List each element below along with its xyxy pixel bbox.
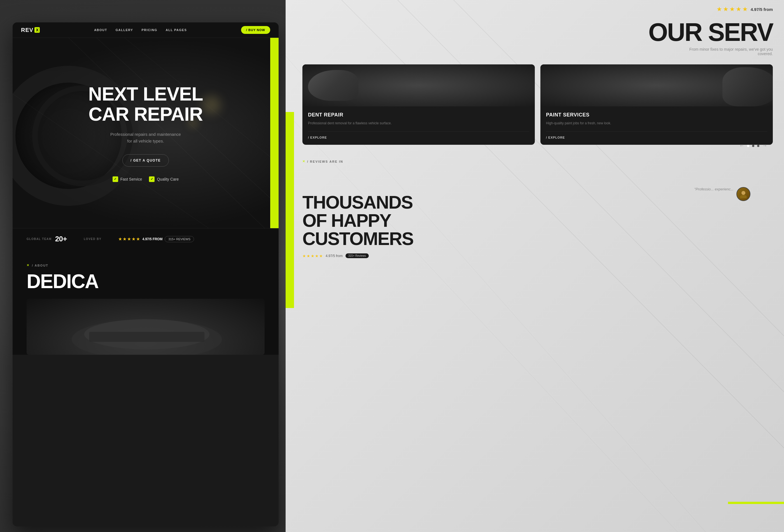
browser-window: REV X ABOUT GALLERY PRICING ALL PAGES / … xyxy=(12,22,279,526)
hero-subtitle: Professional repairs and maintenance for… xyxy=(88,131,203,144)
fast-service-label: Fast Service xyxy=(120,177,142,181)
loved-by-label: LOVED BY xyxy=(84,237,101,241)
thousands-star-1: ★ xyxy=(302,254,306,258)
nav-all-pages[interactable]: ALL PAGES xyxy=(166,28,187,32)
svg-rect-6 xyxy=(89,332,205,342)
star-2: ★ xyxy=(123,236,127,242)
feature-checkboxes: ✓ Fast Service ✓ Quality Care xyxy=(88,176,203,182)
star-3: ★ xyxy=(127,236,131,242)
quality-care-check-icon: ✓ xyxy=(149,176,155,182)
paint-services-image-inner xyxy=(540,64,773,106)
reviewer-avatar xyxy=(736,187,750,201)
thousands-star-5: ★ xyxy=(319,254,323,258)
service-card-paint-services: PAINT SERVICES High-quality paint jobs f… xyxy=(540,64,773,145)
reviews-badge: 315+ REVIEWS xyxy=(165,236,194,242)
thousands-title: THOUSANDS OF HAPPY CUSTOMERS xyxy=(302,193,413,248)
thousands-reviews-badge: 315+ Reviews xyxy=(345,253,369,258)
thousands-line3: CUSTOMERS xyxy=(302,228,413,249)
thousands-section: THOUSANDS OF HAPPY CUSTOMERS ★ ★ ★ ★ ★ 4… xyxy=(302,193,413,258)
rating-value: 4.97/5 FROM xyxy=(142,237,162,241)
carousel-dot-1[interactable] xyxy=(747,145,749,147)
dent-repair-description: Professional dent removal for a flawless… xyxy=(308,121,529,126)
hero-title: NEXT LEVEL CAR REPAIR xyxy=(88,84,203,124)
dent-repair-image-inner xyxy=(302,64,535,106)
thousands-rating-value: 4.97/5 from xyxy=(326,254,343,258)
dent-repair-body: DENT REPAIR Professional dent removal fo… xyxy=(302,106,535,145)
logo[interactable]: REV X xyxy=(21,27,40,33)
about-label-text: / ABOUT xyxy=(32,264,49,267)
bokeh-light-1 xyxy=(200,94,223,116)
nav-links: ABOUT GALLERY PRICING ALL PAGES xyxy=(94,28,187,32)
checkbox-quality-care: ✓ Quality Care xyxy=(149,176,179,182)
star-4: ★ xyxy=(132,236,136,242)
carousel-prev-arrow[interactable]: ← xyxy=(739,143,744,149)
review-quote-text: "Professio... experienc... xyxy=(694,187,734,191)
about-car-inner xyxy=(27,299,264,355)
carousel-next-arrow[interactable]: → xyxy=(762,143,767,149)
nav-gallery[interactable]: GALLERY xyxy=(116,28,133,32)
thousands-star-3: ★ xyxy=(311,254,314,258)
hero-title-line1: NEXT LEVEL xyxy=(88,83,203,105)
hero-content: NEXT LEVEL CAR REPAIR Professional repai… xyxy=(88,84,203,182)
global-team-value: 20+ xyxy=(55,235,67,243)
paint-services-title: PAINT SERVICES xyxy=(546,112,767,118)
reviews-label-text: / REVIEWS ARE IN xyxy=(307,160,343,163)
top-star-3: ★ xyxy=(729,6,735,13)
thousands-star-4: ★ xyxy=(315,254,319,258)
nav-about[interactable]: ABOUT xyxy=(94,28,107,32)
hero-section: NEXT LEVEL CAR REPAIR Professional repai… xyxy=(12,38,279,228)
logo-text: REV xyxy=(21,27,33,33)
navigation-bar: REV X ABOUT GALLERY PRICING ALL PAGES / … xyxy=(12,22,279,38)
green-accent-stripe-bottom xyxy=(728,502,784,504)
carousel-dot-3[interactable] xyxy=(757,145,759,147)
global-team-label: GLOBAL TEAM xyxy=(27,237,52,241)
about-slash-icon: ✕ xyxy=(27,263,30,267)
fast-service-check-icon: ✓ xyxy=(113,176,118,182)
about-title: DEDICA xyxy=(27,273,264,290)
top-rating-text: 4.97/5 from xyxy=(751,7,773,12)
hero-title-line2: CAR REPAIR xyxy=(88,103,203,124)
hero-subtitle-line1: Professional repairs and maintenance xyxy=(110,132,181,137)
reviews-label: ✕ / REVIEWS ARE IN xyxy=(302,160,773,163)
paint-services-body: PAINT SERVICES High-quality paint jobs f… xyxy=(540,106,773,145)
thousands-line1: THOUSANDS xyxy=(302,192,413,213)
paint-services-explore-button[interactable]: / EXPLORE xyxy=(546,131,767,139)
carousel-dot-2[interactable] xyxy=(752,145,754,147)
dent-repair-image xyxy=(302,64,535,106)
thousands-rating: ★ ★ ★ ★ ★ 4.97/5 from 315+ Reviews xyxy=(302,253,413,258)
carousel-navigation: ← → xyxy=(739,143,767,149)
svg-point-13 xyxy=(740,195,747,198)
about-label: ✕ / ABOUT xyxy=(27,263,264,267)
about-car-image xyxy=(27,299,264,355)
get-quote-button[interactable]: / GET A QUOTE xyxy=(122,154,169,167)
top-rating-stars: ★ ★ ★ ★ ★ xyxy=(717,6,748,13)
hero-subtitle-line2: for all vehicle types. xyxy=(127,139,164,143)
about-section: ✕ / ABOUT DEDICA xyxy=(12,250,279,355)
quality-care-label: Quality Care xyxy=(157,177,179,181)
paint-services-image xyxy=(540,64,773,106)
dent-repair-title: DENT REPAIR xyxy=(308,112,529,118)
thousands-stars: ★ ★ ★ ★ ★ xyxy=(302,254,323,258)
top-star-4: ★ xyxy=(736,6,741,13)
services-subtitle: From minor fixes to major repairs, we've… xyxy=(675,47,773,56)
car-panel-shape-1 xyxy=(308,70,358,101)
avatar-icon xyxy=(739,190,748,198)
checkbox-fast-service: ✓ Fast Service xyxy=(113,176,142,182)
stars-display: ★ ★ ★ ★ ★ xyxy=(118,236,140,242)
star-5: ★ xyxy=(136,236,140,242)
thousands-star-2: ★ xyxy=(307,254,310,258)
loved-by-stat: LOVED BY xyxy=(84,237,101,241)
paint-services-description: High-quality paint jobs for a fresh, new… xyxy=(546,121,767,126)
services-title: OUR SERV xyxy=(648,20,773,45)
nav-pricing[interactable]: PRICING xyxy=(141,28,157,32)
buy-now-button[interactable]: / BUY NOW xyxy=(241,26,270,34)
top-star-5: ★ xyxy=(742,6,748,13)
thousands-line2: OF HAPPY xyxy=(302,210,391,231)
dent-repair-explore-button[interactable]: / EXPLORE xyxy=(308,131,529,139)
top-rating-bar: ★ ★ ★ ★ ★ 4.97/5 from xyxy=(717,6,773,13)
right-panel: ★ ★ ★ ★ ★ 4.97/5 from OUR SERV From mino… xyxy=(286,0,784,532)
car-panel-shape-2 xyxy=(722,67,773,106)
reviews-slash-icon: ✕ xyxy=(302,160,306,163)
yellow-accent-block xyxy=(286,112,294,308)
top-star-2: ★ xyxy=(723,6,729,13)
